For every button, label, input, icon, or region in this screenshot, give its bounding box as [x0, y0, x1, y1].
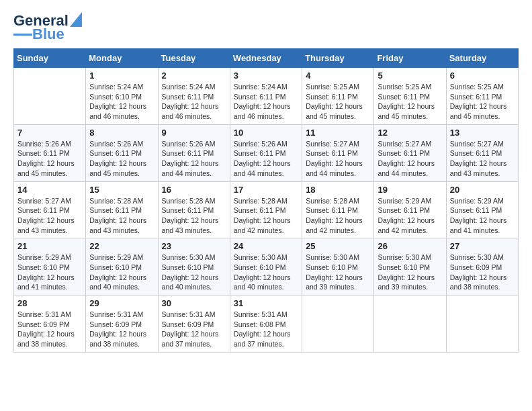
- day-info: Sunrise: 5:25 AM Sunset: 6:11 PM Dayligh…: [306, 82, 370, 122]
- calendar-day-cell: 14Sunrise: 5:27 AM Sunset: 6:11 PM Dayli…: [14, 181, 86, 238]
- day-number: 31: [234, 298, 298, 308]
- day-info: Sunrise: 5:25 AM Sunset: 6:11 PM Dayligh…: [450, 82, 515, 122]
- day-number: 10: [234, 128, 298, 138]
- day-info: Sunrise: 5:29 AM Sunset: 6:10 PM Dayligh…: [17, 253, 82, 292]
- day-number: 20: [450, 185, 515, 195]
- calendar-day-cell: 30Sunrise: 5:31 AM Sunset: 6:09 PM Dayli…: [158, 295, 230, 353]
- weekday-header-cell: Tuesday: [158, 49, 230, 68]
- calendar-day-cell: 20Sunrise: 5:29 AM Sunset: 6:11 PM Dayli…: [446, 181, 518, 238]
- day-number: 30: [162, 298, 226, 308]
- day-number: 11: [306, 128, 370, 138]
- calendar-day-cell: 31Sunrise: 5:31 AM Sunset: 6:08 PM Dayli…: [230, 295, 302, 353]
- calendar-day-cell: 12Sunrise: 5:27 AM Sunset: 6:11 PM Dayli…: [374, 124, 446, 181]
- day-number: 3: [234, 71, 298, 81]
- calendar-day-cell: 22Sunrise: 5:29 AM Sunset: 6:10 PM Dayli…: [86, 238, 158, 295]
- day-number: 24: [234, 241, 298, 251]
- day-info: Sunrise: 5:31 AM Sunset: 6:09 PM Dayligh…: [17, 310, 82, 349]
- calendar-week-row: 7Sunrise: 5:26 AM Sunset: 6:11 PM Daylig…: [14, 124, 519, 181]
- day-number: 5: [378, 71, 442, 81]
- day-number: 7: [17, 128, 82, 138]
- day-info: Sunrise: 5:28 AM Sunset: 6:11 PM Dayligh…: [89, 196, 154, 236]
- calendar-day-cell: [14, 68, 86, 125]
- day-info: Sunrise: 5:24 AM Sunset: 6:10 PM Dayligh…: [89, 82, 154, 122]
- calendar-day-cell: 9Sunrise: 5:26 AM Sunset: 6:11 PM Daylig…: [158, 124, 230, 181]
- weekday-header-cell: Friday: [374, 49, 446, 68]
- logo-blue-text: Blue: [32, 27, 64, 42]
- day-info: Sunrise: 5:30 AM Sunset: 6:10 PM Dayligh…: [378, 253, 442, 292]
- day-number: 6: [450, 71, 515, 81]
- day-number: 23: [162, 241, 226, 251]
- day-info: Sunrise: 5:24 AM Sunset: 6:11 PM Dayligh…: [234, 82, 298, 122]
- day-number: 26: [378, 241, 442, 251]
- day-number: 8: [89, 128, 154, 138]
- day-info: Sunrise: 5:30 AM Sunset: 6:10 PM Dayligh…: [162, 253, 226, 292]
- calendar-day-cell: [302, 295, 374, 353]
- day-info: Sunrise: 5:31 AM Sunset: 6:08 PM Dayligh…: [234, 310, 298, 349]
- day-info: Sunrise: 5:27 AM Sunset: 6:11 PM Dayligh…: [378, 139, 442, 179]
- day-number: 12: [378, 128, 442, 138]
- calendar-day-cell: [374, 295, 446, 353]
- calendar-day-cell: 3Sunrise: 5:24 AM Sunset: 6:11 PM Daylig…: [230, 68, 302, 125]
- calendar-day-cell: 6Sunrise: 5:25 AM Sunset: 6:11 PM Daylig…: [446, 68, 518, 125]
- day-info: Sunrise: 5:27 AM Sunset: 6:11 PM Dayligh…: [450, 139, 515, 179]
- day-info: Sunrise: 5:30 AM Sunset: 6:09 PM Dayligh…: [450, 253, 515, 292]
- calendar-day-cell: 10Sunrise: 5:26 AM Sunset: 6:11 PM Dayli…: [230, 124, 302, 181]
- day-number: 14: [17, 185, 82, 195]
- calendar-day-cell: 2Sunrise: 5:24 AM Sunset: 6:11 PM Daylig…: [158, 68, 230, 125]
- calendar-day-cell: 27Sunrise: 5:30 AM Sunset: 6:09 PM Dayli…: [446, 238, 518, 295]
- day-info: Sunrise: 5:26 AM Sunset: 6:11 PM Dayligh…: [234, 139, 298, 179]
- day-number: 16: [162, 185, 226, 195]
- logo-icon: [70, 12, 82, 27]
- day-info: Sunrise: 5:28 AM Sunset: 6:11 PM Dayligh…: [234, 196, 298, 236]
- day-number: 28: [17, 298, 82, 308]
- page-header: General Blue: [13, 13, 519, 42]
- calendar-day-cell: 7Sunrise: 5:26 AM Sunset: 6:11 PM Daylig…: [14, 124, 86, 181]
- day-info: Sunrise: 5:29 AM Sunset: 6:11 PM Dayligh…: [378, 196, 442, 236]
- day-info: Sunrise: 5:25 AM Sunset: 6:11 PM Dayligh…: [378, 82, 442, 122]
- calendar-day-cell: [446, 295, 518, 353]
- weekday-header-row: SundayMondayTuesdayWednesdayThursdayFrid…: [14, 49, 519, 68]
- calendar-day-cell: 28Sunrise: 5:31 AM Sunset: 6:09 PM Dayli…: [14, 295, 86, 353]
- day-number: 17: [234, 185, 298, 195]
- weekday-header-cell: Monday: [86, 49, 158, 68]
- calendar-day-cell: 19Sunrise: 5:29 AM Sunset: 6:11 PM Dayli…: [374, 181, 446, 238]
- svg-marker-0: [70, 12, 82, 27]
- calendar-day-cell: 18Sunrise: 5:28 AM Sunset: 6:11 PM Dayli…: [302, 181, 374, 238]
- day-info: Sunrise: 5:26 AM Sunset: 6:11 PM Dayligh…: [162, 139, 226, 179]
- day-number: 4: [306, 71, 370, 81]
- calendar-day-cell: 8Sunrise: 5:26 AM Sunset: 6:11 PM Daylig…: [86, 124, 158, 181]
- day-info: Sunrise: 5:27 AM Sunset: 6:11 PM Dayligh…: [17, 196, 82, 236]
- calendar-day-cell: 17Sunrise: 5:28 AM Sunset: 6:11 PM Dayli…: [230, 181, 302, 238]
- calendar-day-cell: 26Sunrise: 5:30 AM Sunset: 6:10 PM Dayli…: [374, 238, 446, 295]
- day-number: 1: [89, 71, 154, 81]
- day-info: Sunrise: 5:26 AM Sunset: 6:11 PM Dayligh…: [17, 139, 82, 179]
- calendar-week-row: 21Sunrise: 5:29 AM Sunset: 6:10 PM Dayli…: [14, 238, 519, 295]
- day-number: 9: [162, 128, 226, 138]
- day-info: Sunrise: 5:30 AM Sunset: 6:10 PM Dayligh…: [234, 253, 298, 292]
- day-info: Sunrise: 5:27 AM Sunset: 6:11 PM Dayligh…: [306, 139, 370, 179]
- calendar-week-row: 1Sunrise: 5:24 AM Sunset: 6:10 PM Daylig…: [14, 68, 519, 125]
- weekday-header-cell: Sunday: [14, 49, 86, 68]
- day-info: Sunrise: 5:29 AM Sunset: 6:10 PM Dayligh…: [89, 253, 154, 292]
- weekday-header-cell: Wednesday: [230, 49, 302, 68]
- calendar-day-cell: 23Sunrise: 5:30 AM Sunset: 6:10 PM Dayli…: [158, 238, 230, 295]
- day-number: 2: [162, 71, 226, 81]
- calendar-day-cell: 15Sunrise: 5:28 AM Sunset: 6:11 PM Dayli…: [86, 181, 158, 238]
- day-number: 19: [378, 185, 442, 195]
- day-info: Sunrise: 5:28 AM Sunset: 6:11 PM Dayligh…: [162, 196, 226, 236]
- calendar-day-cell: 21Sunrise: 5:29 AM Sunset: 6:10 PM Dayli…: [14, 238, 86, 295]
- calendar-week-row: 28Sunrise: 5:31 AM Sunset: 6:09 PM Dayli…: [14, 295, 519, 353]
- calendar-day-cell: 5Sunrise: 5:25 AM Sunset: 6:11 PM Daylig…: [374, 68, 446, 125]
- calendar-day-cell: 4Sunrise: 5:25 AM Sunset: 6:11 PM Daylig…: [302, 68, 374, 125]
- day-number: 29: [89, 298, 154, 308]
- weekday-header-cell: Saturday: [446, 49, 518, 68]
- calendar-day-cell: 1Sunrise: 5:24 AM Sunset: 6:10 PM Daylig…: [86, 68, 158, 125]
- day-number: 27: [450, 241, 515, 251]
- calendar-day-cell: 11Sunrise: 5:27 AM Sunset: 6:11 PM Dayli…: [302, 124, 374, 181]
- logo: General Blue: [13, 13, 82, 42]
- day-number: 18: [306, 185, 370, 195]
- calendar-day-cell: 25Sunrise: 5:30 AM Sunset: 6:10 PM Dayli…: [302, 238, 374, 295]
- calendar-day-cell: 16Sunrise: 5:28 AM Sunset: 6:11 PM Dayli…: [158, 181, 230, 238]
- day-info: Sunrise: 5:29 AM Sunset: 6:11 PM Dayligh…: [450, 196, 515, 236]
- calendar-table: SundayMondayTuesdayWednesdayThursdayFrid…: [13, 48, 519, 353]
